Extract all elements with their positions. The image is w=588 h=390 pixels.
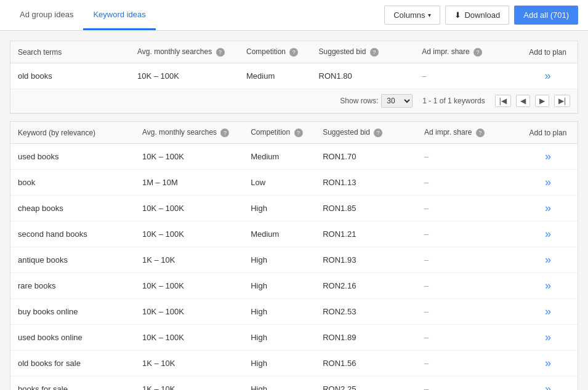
add-plan-arrow[interactable]: »	[545, 176, 551, 189]
cell-keyword: book	[10, 170, 135, 196]
cell-addplan: »	[518, 299, 578, 325]
cell-competition: High	[243, 299, 315, 325]
rows-select[interactable]: 30 50 100	[381, 94, 413, 108]
ad-impr2-help-icon[interactable]: ?	[476, 129, 485, 137]
add-plan-arrow[interactable]: »	[545, 202, 551, 215]
suggested-bid2-help-icon[interactable]: ?	[374, 129, 382, 137]
cell-bid: RON1.56	[315, 351, 417, 376]
cell-addplan: »	[518, 221, 578, 247]
columns-label: Columns	[393, 10, 425, 20]
cell-keyword: antique books	[10, 247, 135, 273]
cell-competition: Medium	[243, 221, 315, 247]
download-button[interactable]: ⬇ Download	[445, 6, 509, 25]
columns-button[interactable]: Columns ▾	[384, 6, 440, 25]
add-all-label: Add all (701)	[523, 10, 569, 20]
cell-bid: RON1.21	[315, 221, 417, 247]
cell-competition: Medium	[239, 63, 312, 89]
th-ad-impr: Ad impr. share ?	[414, 41, 518, 63]
th-ad-impr2: Ad impr. share ?	[417, 122, 518, 144]
table-row: old books for sale 1K – 10K High RON1.56…	[10, 351, 578, 376]
cell-adimpr: –	[417, 376, 518, 391]
cell-competition: High	[243, 196, 315, 221]
th-avg-monthly2: Avg. monthly searches ?	[135, 122, 243, 144]
cell-monthly: 1M – 10M	[135, 170, 243, 196]
search-terms-table-wrapper: Search terms Avg. monthly searches ? Com…	[10, 41, 578, 89]
cell-addplan: »	[518, 273, 578, 299]
keywords-table-wrapper: Keyword (by relevance) Avg. monthly sear…	[10, 122, 578, 390]
cell-competition: High	[243, 273, 315, 299]
cell-monthly: 10K – 100K	[135, 299, 243, 325]
search-terms-pagination: Show rows: 30 50 100 1 - 1 of 1 keywords…	[10, 89, 578, 113]
avg-monthly2-help-icon[interactable]: ?	[220, 129, 229, 137]
add-plan-arrow[interactable]: »	[545, 279, 551, 292]
cell-adimpr: –	[417, 196, 518, 221]
add-plan-arrow[interactable]: »	[545, 70, 551, 82]
pagination-info: 1 - 1 of 1 keywords	[422, 97, 485, 105]
cell-addplan: »	[518, 325, 578, 351]
competition2-help-icon[interactable]: ?	[294, 129, 303, 137]
add-plan-arrow[interactable]: »	[545, 150, 551, 163]
first-page-button[interactable]: |◀	[495, 95, 511, 107]
cell-bid: RON1.70	[315, 144, 417, 170]
last-page-button[interactable]: ▶|	[554, 95, 570, 107]
cell-monthly: 10K – 100K	[130, 63, 239, 89]
table-row: antique books 1K – 10K High RON1.93 – »	[10, 247, 578, 273]
show-rows-label: Show rows:	[340, 97, 378, 105]
tab-ad-group-label: Ad group ideas	[20, 10, 73, 19]
prev-page-button[interactable]: ◀	[516, 95, 530, 107]
cell-keyword: old books	[10, 63, 130, 89]
keywords-table: Keyword (by relevance) Avg. monthly sear…	[10, 122, 578, 390]
tab-keyword-ideas[interactable]: Keyword ideas	[83, 0, 155, 30]
th-search-terms: Search terms	[10, 41, 130, 63]
cell-bid: RON1.85	[315, 196, 417, 221]
cell-adimpr: –	[414, 63, 518, 89]
cell-monthly: 1K – 10K	[135, 351, 243, 376]
cell-adimpr: –	[417, 221, 518, 247]
th-avg-monthly: Avg. monthly searches ?	[130, 41, 239, 63]
table-row: book 1M – 10M Low RON1.13 – »	[10, 170, 578, 196]
th-add-plan: Add to plan	[518, 41, 578, 63]
cell-bid: RON1.13	[315, 170, 417, 196]
cell-competition: High	[243, 247, 315, 273]
add-plan-arrow[interactable]: »	[545, 357, 551, 370]
th-competition2: Competition ?	[243, 122, 315, 144]
add-all-button[interactable]: Add all (701)	[514, 6, 578, 25]
top-bar: Ad group ideas Keyword ideas Columns ▾ ⬇…	[0, 0, 588, 31]
add-plan-arrow[interactable]: »	[545, 253, 551, 266]
show-rows: Show rows: 30 50 100	[340, 94, 413, 108]
add-plan-arrow[interactable]: »	[545, 383, 551, 390]
table-row: second hand books 10K – 100K Medium RON1…	[10, 221, 578, 247]
tabs: Ad group ideas Keyword ideas	[10, 0, 156, 30]
add-plan-arrow[interactable]: »	[545, 331, 551, 344]
search-terms-table: Search terms Avg. monthly searches ? Com…	[10, 41, 578, 89]
cell-addplan: »	[518, 247, 578, 273]
suggested-bid-help-icon[interactable]: ?	[370, 48, 379, 57]
competition-help-icon[interactable]: ?	[289, 48, 298, 57]
cell-adimpr: –	[417, 273, 518, 299]
cell-adimpr: –	[417, 247, 518, 273]
th-competition: Competition ?	[239, 41, 312, 63]
avg-monthly-help-icon[interactable]: ?	[216, 48, 225, 57]
tab-ad-group[interactable]: Ad group ideas	[10, 0, 83, 30]
add-plan-arrow[interactable]: »	[545, 305, 551, 318]
keywords-header-row: Keyword (by relevance) Avg. monthly sear…	[10, 122, 578, 144]
cell-keyword: books for sale	[10, 376, 135, 391]
cell-bid: RON2.53	[315, 299, 417, 325]
search-terms-header-row: Search terms Avg. monthly searches ? Com…	[10, 41, 578, 63]
cell-keyword: cheap books	[10, 196, 135, 221]
table-row: rare books 10K – 100K High RON2.16 – »	[10, 273, 578, 299]
cell-adimpr: –	[417, 170, 518, 196]
cell-monthly: 10K – 100K	[135, 325, 243, 351]
cell-adimpr: –	[417, 144, 518, 170]
cell-monthly: 10K – 100K	[135, 196, 243, 221]
cell-competition: Low	[243, 170, 315, 196]
add-plan-arrow[interactable]: »	[545, 228, 551, 241]
table-row: used books online 10K – 100K High RON1.8…	[10, 325, 578, 351]
ad-impr-help-icon[interactable]: ?	[473, 48, 482, 57]
table-row: books for sale 1K – 10K High RON2.25 – »	[10, 376, 578, 391]
th-keyword-relevance: Keyword (by relevance)	[10, 122, 135, 144]
table-row: old books 10K – 100K Medium RON1.80 – »	[10, 63, 578, 89]
cell-competition: High	[243, 351, 315, 376]
cell-addplan: »	[518, 196, 578, 221]
next-page-button[interactable]: ▶	[535, 95, 549, 107]
